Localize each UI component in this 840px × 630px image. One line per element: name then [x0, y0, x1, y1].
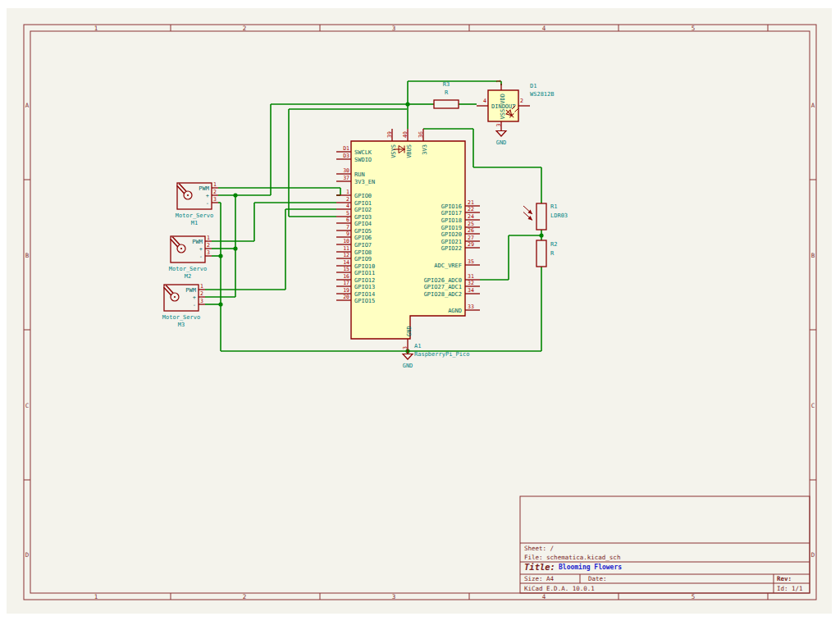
pin-number: 17	[343, 280, 349, 286]
pin-name: GPIO15	[354, 298, 375, 304]
component-reference: D1	[530, 83, 536, 89]
sheet-id: Id: 1/1	[777, 585, 803, 592]
pin-number: 15	[343, 266, 349, 272]
pin-name: GPIO28_ADC2	[424, 291, 462, 298]
pin-number: 33	[468, 304, 474, 310]
pin-name: RUN	[354, 171, 365, 178]
component-reference: R2	[550, 241, 557, 248]
frame-row-label: B	[811, 252, 815, 259]
pin-number: 3	[495, 123, 502, 126]
frame-column-label: 3	[392, 593, 396, 600]
resistor-body[interactable]	[536, 240, 546, 267]
pin-name: GPIO14	[354, 291, 375, 298]
pin-name: SWDIO	[354, 157, 372, 163]
pin-name: GPIO9	[354, 256, 372, 262]
pin-number: 16	[343, 273, 349, 280]
junction-dot	[539, 233, 543, 237]
pin-name: PWM	[185, 287, 196, 294]
component-reference: M1	[191, 220, 198, 226]
pin-number: 10	[343, 238, 349, 244]
pin-name: GPIO6	[354, 235, 372, 241]
pin-number: 5	[346, 210, 349, 217]
component-value: Motor_Servo	[169, 266, 207, 272]
pin-number: 1	[200, 283, 203, 290]
pin-number: 2	[520, 98, 523, 104]
sheet-field: Sheet: /	[524, 545, 554, 552]
servo-horn-center-icon	[187, 194, 189, 196]
file-field: File: schematica.kicad_sch	[524, 554, 620, 561]
resistor-body[interactable]	[434, 100, 459, 108]
resistor-body[interactable]	[536, 203, 546, 230]
pin-number: 25	[468, 221, 474, 227]
pin-name: AGND	[448, 308, 462, 314]
pin-name: GPIO21	[441, 239, 462, 245]
frame-column-label: 3	[392, 25, 396, 32]
pin-name: 3V3	[422, 144, 428, 155]
kicad-schematic-canvas[interactable]: 1122334455AABBCCDD D1SWCLKD3SWDIO30RUN37…	[0, 0, 840, 630]
pin-name: SWCLK	[354, 149, 372, 156]
pin-name: VDD	[500, 94, 506, 104]
pin-number: 2	[207, 242, 210, 249]
pin-number: 3	[207, 249, 210, 256]
pin-name: GPIO19	[441, 225, 462, 231]
pin-name: +	[199, 246, 203, 253]
frame-column-label: 5	[692, 25, 696, 32]
pin-name: GPIO16	[441, 203, 462, 210]
frame-row-label: A	[811, 102, 815, 109]
junction-dot	[233, 193, 237, 197]
component-reference: M3	[178, 322, 185, 328]
frame-row-label: D	[25, 551, 30, 559]
pin-number: 14	[343, 259, 349, 266]
size-field: Size: A4	[524, 575, 555, 582]
component-reference: A1	[414, 343, 421, 349]
pin-name: GPIO10	[354, 263, 375, 270]
component-value: RaspberryPi_Pico	[414, 351, 469, 358]
component-value: LDR03	[550, 212, 568, 219]
pin-number: 37	[343, 175, 349, 181]
pin-name: GPIO5	[354, 228, 372, 235]
date-field: Date:	[588, 575, 607, 582]
pin-number: 1	[213, 181, 217, 188]
frame-row-label: D	[811, 551, 815, 559]
pin-number: 39	[386, 131, 393, 138]
pin-name: GPIO12	[354, 277, 375, 284]
pin-name: VSYS	[390, 144, 397, 158]
pin-name: GPIO20	[441, 231, 462, 238]
pin-number: 31	[468, 273, 474, 280]
pin-name: GPIO27_ADC1	[424, 284, 462, 290]
pin-name: GPIO1	[354, 200, 372, 207]
pin-name: -	[206, 200, 209, 207]
frame-row-label: B	[25, 252, 30, 259]
pin-number: 27	[468, 235, 474, 241]
frame-column-label: 4	[542, 593, 546, 600]
pin-name: +	[193, 294, 196, 301]
frame-row-label: C	[25, 402, 30, 409]
pin-name: 3V3_EN	[354, 179, 375, 185]
pin-number: 2	[213, 189, 217, 195]
pin-number: 9	[346, 231, 349, 237]
pin-name: ADC_VREF	[434, 262, 462, 269]
frame-column-label: 2	[243, 25, 247, 32]
pin-name: GPIO26_ADC0	[424, 277, 462, 284]
component-reference: M2	[185, 273, 191, 280]
pin-number: 3	[213, 196, 217, 203]
rev-label: Rev:	[777, 575, 792, 582]
pin-number: 4	[346, 203, 349, 209]
pin-name: +	[206, 193, 209, 199]
junction-dot	[233, 246, 237, 250]
junction-dot	[218, 302, 222, 306]
app-version: KiCad E.D.A. 10.0.1	[524, 585, 595, 592]
pin-name: GPIO8	[354, 249, 372, 256]
pin-name: GPIO4	[354, 221, 372, 227]
pin-name: VBUS	[406, 144, 413, 158]
pin-number: 36	[418, 131, 424, 138]
component-reference: R1	[550, 203, 557, 210]
frame-column-label: 1	[94, 25, 98, 32]
pin-name: GPIO0	[354, 193, 372, 199]
schematic-sheet: 1122334455AABBCCDD D1SWCLKD3SWDIO30RUN37…	[0, 0, 840, 630]
frame-column-label: 2	[243, 593, 247, 600]
pin-number: 21	[468, 199, 474, 206]
component-value: WS2812B	[530, 91, 555, 98]
pin-number: 26	[468, 227, 474, 234]
pin-name: -	[193, 302, 196, 308]
